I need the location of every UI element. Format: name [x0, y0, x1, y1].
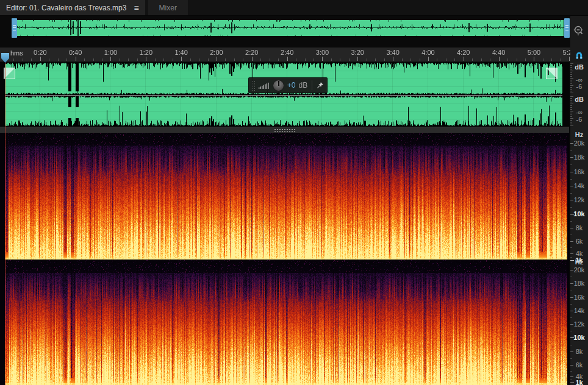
ruler-tick — [472, 58, 473, 61]
ruler-tick — [137, 58, 138, 61]
ruler-tick — [181, 57, 182, 61]
scale-tick — [570, 82, 572, 82]
scale-tick — [570, 221, 572, 222]
scale-tick — [570, 228, 573, 228]
scale-tick — [570, 71, 573, 71]
hud-grip-handle[interactable] — [252, 80, 256, 91]
zoom-corner — [570, 16, 588, 48]
overview-handle-right[interactable] — [564, 18, 570, 38]
pin-icon[interactable] — [317, 81, 324, 90]
timeline-ruler[interactable]: hms 0:200:401:001:201:402:002:202:403:00… — [0, 48, 570, 62]
scale-tick — [570, 241, 573, 242]
ruler-tick — [490, 58, 490, 61]
ruler-tick-label: 3:00 — [309, 49, 335, 56]
ruler-tick-label: 2:00 — [203, 49, 230, 56]
scale-tick — [570, 186, 573, 186]
scale-tick — [570, 102, 572, 102]
scale-tick — [570, 74, 572, 75]
ruler-tick — [40, 57, 41, 61]
scale-tick — [570, 277, 572, 277]
scale-tick — [570, 122, 572, 122]
overview-handle-left[interactable] — [12, 18, 17, 38]
ruler-tick — [93, 58, 94, 61]
panel-menu-icon[interactable]: ≡ — [134, 4, 138, 12]
ruler-tick — [349, 58, 350, 61]
ruler-tick-label: 4:20 — [450, 49, 477, 56]
waveform-canvas[interactable] — [5, 62, 562, 127]
scale-label: 1k — [570, 379, 588, 385]
scale-label: -6 — [570, 116, 588, 123]
scale-tick — [570, 345, 572, 345]
ruler-tick — [481, 58, 482, 61]
hud-gain-unit: dB — [298, 81, 307, 90]
ruler-tick — [322, 57, 323, 61]
scale-tick — [570, 291, 572, 291]
scale-tick — [570, 67, 572, 68]
ruler-tick-label: 0:20 — [27, 49, 54, 56]
ruler-tick — [23, 58, 23, 61]
ruler-tick — [278, 58, 279, 61]
ruler-tick — [314, 58, 314, 61]
scale-tick — [570, 105, 572, 106]
spectrogram-right-channel[interactable] — [0, 260, 569, 385]
ruler-tick — [367, 58, 367, 61]
scale-tick — [570, 253, 573, 254]
scale-tick — [570, 104, 573, 104]
ruler-tick — [49, 58, 49, 61]
ruler-tick — [120, 58, 120, 61]
ruler-tick — [225, 58, 226, 61]
scale-tick — [570, 118, 573, 119]
scale-tick — [570, 85, 573, 86]
ruler-tick — [58, 58, 59, 61]
ruler-tick — [173, 58, 173, 61]
ruler-tick-label: 1:20 — [132, 49, 159, 56]
ruler-tick — [252, 57, 253, 61]
hud-gain-value[interactable]: +0 — [287, 81, 296, 90]
ruler-tick — [561, 58, 561, 61]
volume-hud[interactable]: +0 dB — [248, 77, 328, 93]
scale-tick — [570, 93, 573, 93]
ruler-tick — [102, 58, 102, 61]
spectrogram-left-channel[interactable] — [0, 133, 569, 260]
scale-label: Hz — [570, 131, 588, 138]
ruler-tick — [384, 58, 385, 61]
ruler-tick — [260, 58, 261, 61]
ruler-tick — [146, 57, 146, 61]
scale-tick — [570, 87, 572, 88]
scale-label: Hz — [570, 258, 588, 266]
snap-corner — [570, 48, 588, 62]
editor-tab-label: Editor: 01. Cavaleiro das Trevas.mp3 — [6, 4, 126, 12]
scale-tick — [570, 100, 572, 101]
vertical-scale-column[interactable]: dB-∞-6dB-∞-6Hz20k18k16k14k12k10k8k6k4k1k… — [570, 62, 588, 385]
overview-waveform-canvas[interactable] — [5, 18, 570, 38]
scale-tick — [570, 358, 572, 359]
scale-tick — [570, 337, 574, 338]
scale-tick — [570, 311, 573, 311]
tab-mixer[interactable]: Mixer — [148, 0, 188, 15]
fade-out-handle[interactable] — [546, 68, 558, 79]
ruler-tick — [287, 57, 288, 61]
scale-tick — [570, 383, 574, 383]
tab-editor[interactable]: Editor: 01. Cavaleiro das Trevas.mp3 ≡ — [0, 0, 145, 15]
zoom-out-icon[interactable] — [572, 24, 587, 39]
scale-tick — [570, 235, 572, 235]
ruler-tick — [128, 58, 129, 61]
scale-tick — [570, 214, 574, 214]
scale-tick — [570, 125, 573, 126]
scale-tick — [570, 80, 572, 80]
ruler-tick-label: 4:00 — [415, 49, 442, 56]
scale-tick — [570, 72, 572, 73]
scale-tick — [570, 304, 572, 305]
ruler-tick — [507, 58, 508, 61]
overview-navigator[interactable] — [0, 16, 570, 48]
splitter-grip[interactable] — [274, 129, 296, 132]
waveform-display[interactable]: +0 dB — [0, 62, 569, 127]
panel-splitter[interactable] — [0, 127, 569, 133]
scale-tick — [570, 371, 572, 372]
scale-tick — [570, 164, 572, 165]
volume-knob[interactable] — [273, 80, 284, 91]
ruler-tick — [163, 58, 164, 61]
scale-tick — [570, 65, 572, 66]
snap-magnet-icon[interactable] — [575, 51, 584, 60]
ruler-tick — [534, 57, 534, 61]
